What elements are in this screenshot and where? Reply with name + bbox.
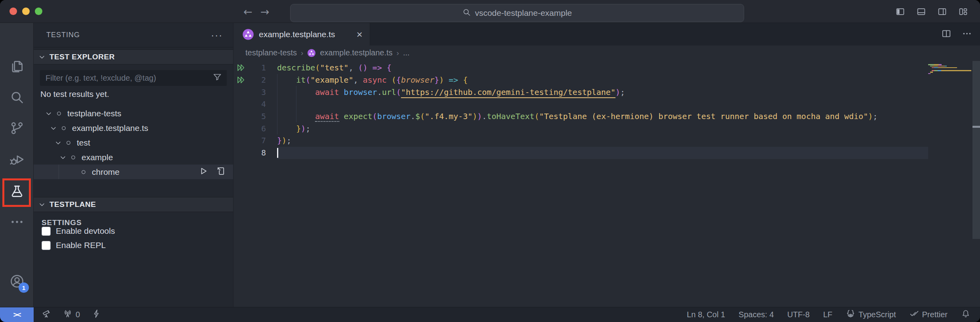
chevron-down-icon[interactable] xyxy=(44,109,54,118)
testplane-header-label: TESTPLANE xyxy=(49,200,96,209)
section-test-explorer[interactable]: TEST EXPLORER xyxy=(34,49,233,64)
status-item-label: Ln 8, Col 1 xyxy=(687,310,725,319)
status-item-encoding[interactable]: UTF-8 xyxy=(787,310,810,319)
status-bar-right: Ln 8, Col 1Spaces: 4UTF-8LFTypeScriptPre… xyxy=(687,309,980,320)
double-check-icon xyxy=(910,309,919,320)
code-line-5[interactable]: 5 await expect(browser.$(".f4.my-3")).to… xyxy=(234,110,980,123)
activity-item-run-and-debug[interactable] xyxy=(0,146,34,174)
activity-item-more-views[interactable] xyxy=(0,209,34,237)
test-item-icon xyxy=(68,153,78,162)
line-number: 5 xyxy=(249,112,266,121)
zoom-button[interactable] xyxy=(35,8,42,15)
tab-example-testplane-ts[interactable]: example.testplane.ts × xyxy=(234,23,370,45)
remote-indicator[interactable]: >< xyxy=(0,307,34,322)
code-line-text: it("example", async ({browser}) => { xyxy=(277,75,468,85)
activity-item-source-control[interactable] xyxy=(0,115,34,143)
history-back-button[interactable]: ← xyxy=(243,0,253,23)
badge: 1 xyxy=(19,282,29,293)
code-line-7[interactable]: 7}); xyxy=(234,134,980,147)
tree-item-test[interactable]: test xyxy=(34,135,233,150)
customize-layout-icon[interactable] xyxy=(958,7,968,17)
tab-label: example.testplane.ts xyxy=(259,30,335,39)
breadcrumb-item[interactable]: ... xyxy=(403,48,410,57)
status-item-notifications[interactable] xyxy=(961,309,971,320)
line-number: 2 xyxy=(249,75,266,85)
status-item-eol[interactable]: LF xyxy=(823,310,832,319)
activity-item-accounts[interactable]: 1 xyxy=(0,268,34,296)
scrollbar[interactable] xyxy=(972,60,980,307)
test-explorer-header-label: TEST EXPLORER xyxy=(49,53,115,61)
minimap-line xyxy=(932,70,971,71)
chevron-down-icon[interactable] xyxy=(48,123,59,133)
status-item-language-mode[interactable]: TypeScript xyxy=(846,309,896,320)
chevron-down-icon[interactable] xyxy=(58,153,68,162)
status-left-items: 0 xyxy=(34,309,101,320)
status-item-ports[interactable]: 0 xyxy=(63,309,80,320)
testing-sidebar: TESTING ··· TEST EXPLORER Filter (e.g. t… xyxy=(34,23,234,307)
command-center-search[interactable]: vscode-testplane-example xyxy=(290,4,744,22)
section-testplane[interactable]: TESTPLANE xyxy=(34,197,233,212)
split-editor-icon[interactable] xyxy=(941,28,952,40)
minimap-line xyxy=(930,66,947,67)
tree-item-example-testplane-ts[interactable]: example.testplane.ts xyxy=(34,121,233,135)
status-item-power[interactable] xyxy=(92,309,101,320)
code-line-8[interactable]: 8 xyxy=(234,147,980,159)
history-forward-button[interactable]: → xyxy=(260,0,270,23)
testplane-logo-icon xyxy=(307,49,316,57)
code-line-3[interactable]: 3 await browser.url("https://github.com/… xyxy=(234,86,980,98)
minimap-line xyxy=(928,64,942,65)
breadcrumb-item[interactable]: testplane-tests xyxy=(245,48,297,57)
tree-item-testplane-tests[interactable]: testplane-tests xyxy=(34,106,233,121)
code-line-2[interactable]: 2 it("example", async ({browser}) => { xyxy=(234,74,980,86)
setting-enable-repl[interactable]: Enable REPL xyxy=(42,238,106,252)
sidebar-more-actions-button[interactable]: ··· xyxy=(211,33,223,37)
close-icon[interactable]: × xyxy=(357,30,363,38)
status-item-label: 0 xyxy=(76,310,80,319)
testplane-logo-icon xyxy=(242,28,254,40)
tree-item-chrome[interactable]: chrome xyxy=(34,165,233,179)
code-line-1[interactable]: 1describe("test", () => { xyxy=(234,62,980,74)
toggle-secondary-sidebar-icon[interactable] xyxy=(937,7,947,17)
chevron-down-icon[interactable] xyxy=(53,138,63,148)
test-filter-input[interactable]: Filter (e.g. text, !exclude, @tag) xyxy=(40,70,227,86)
ellipsis-icon[interactable] xyxy=(962,28,972,40)
run-test-gutter-icon[interactable] xyxy=(234,63,249,72)
workspace-name: vscode-testplane-example xyxy=(475,8,572,18)
breadcrumb-item[interactable]: example.testplane.ts xyxy=(320,48,392,57)
status-item-testplane-tools[interactable] xyxy=(42,309,51,320)
go-to-file-icon[interactable] xyxy=(216,166,226,178)
chevron-down-icon xyxy=(37,52,47,62)
tree-item-example[interactable]: example xyxy=(34,150,233,165)
code-line-6[interactable]: 6 }); xyxy=(234,122,980,134)
layout-controls xyxy=(895,0,968,23)
activity-item-explorer[interactable] xyxy=(0,53,34,81)
filter-icon[interactable] xyxy=(213,72,222,84)
toggle-panel-icon[interactable] xyxy=(916,7,926,17)
chevron-down-icon xyxy=(37,200,47,209)
code-editor[interactable]: 1describe("test", () => {2 it("example",… xyxy=(234,60,980,307)
indent-guide xyxy=(296,98,296,110)
status-item-cursor-position[interactable]: Ln 8, Col 1 xyxy=(687,310,725,319)
code-line-4[interactable]: 4 xyxy=(234,98,980,110)
minimize-button[interactable] xyxy=(22,8,30,15)
play-icon[interactable] xyxy=(198,166,208,178)
status-item-formatter[interactable]: Prettier xyxy=(910,309,948,320)
current-line-highlight xyxy=(277,147,928,159)
checkbox-unchecked[interactable] xyxy=(42,241,51,250)
run-test-gutter-icon[interactable] xyxy=(234,75,249,85)
tree-item-label: testplane-tests xyxy=(67,109,122,118)
checkbox-unchecked[interactable] xyxy=(42,227,51,236)
tree-item-label: test xyxy=(77,138,90,148)
minimap-line xyxy=(932,67,957,68)
text-cursor xyxy=(277,148,278,158)
indent-guide xyxy=(59,165,59,179)
status-item-indentation[interactable]: Spaces: 4 xyxy=(739,310,774,319)
toggle-primary-sidebar-icon[interactable] xyxy=(895,7,905,17)
breadcrumb[interactable]: testplane-tests›example.testplane.ts›... xyxy=(234,45,980,60)
setting-enable-devtools[interactable]: Enable devtools xyxy=(42,224,115,238)
activity-item-testing[interactable] xyxy=(0,178,34,206)
activity-item-search[interactable] xyxy=(0,84,34,112)
scrollbar-thumb[interactable] xyxy=(972,61,980,239)
editor-group: example.testplane.ts × testplane-tests›e… xyxy=(234,23,980,307)
close-button[interactable] xyxy=(9,8,17,15)
